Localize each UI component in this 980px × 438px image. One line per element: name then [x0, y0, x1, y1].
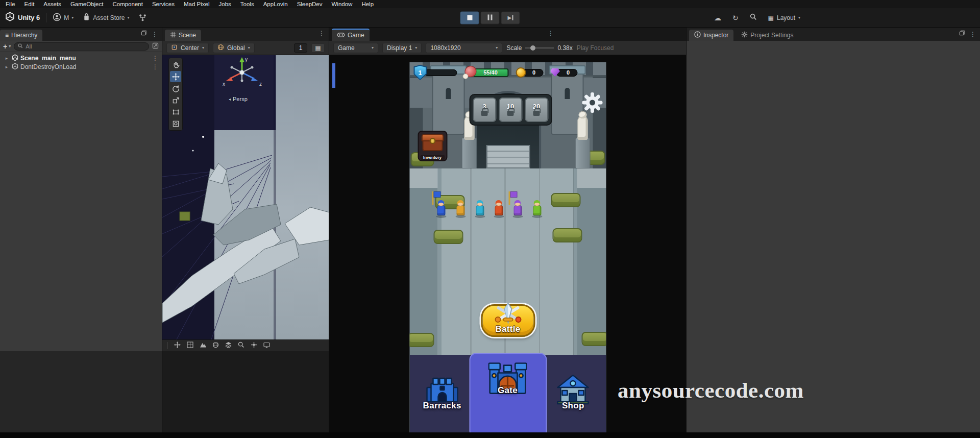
menu-item-sleepdev[interactable]: SleepDev	[292, 0, 327, 8]
scale-tool-button[interactable]	[170, 94, 181, 106]
nav-item-gate[interactable]: Gate	[475, 355, 540, 438]
picker-icon[interactable]	[152, 42, 159, 51]
nav-label: Gate	[498, 385, 518, 396]
step-button[interactable]: ▶	[501, 11, 520, 24]
menu-item-tools[interactable]: Tools	[236, 0, 259, 8]
menu-item-services[interactable]: Services	[148, 0, 179, 8]
scene-search-icon[interactable]	[238, 341, 244, 350]
info-icon	[694, 31, 701, 39]
play-focused-dropdown[interactable]: Play Focused	[577, 44, 614, 52]
scene-tab-label: Scene	[179, 32, 196, 39]
account-dropdown[interactable]: M ▾	[53, 13, 74, 23]
dock-icon[interactable]	[959, 30, 965, 38]
pivot-dropdown[interactable]: Center ▾	[166, 43, 209, 53]
grid-snap-button[interactable]: ▦	[311, 43, 325, 53]
menu-item-window[interactable]: Window	[327, 0, 357, 8]
rect-tool-button[interactable]	[170, 106, 181, 117]
scene-grid-toggle-icon[interactable]	[187, 341, 193, 350]
scene-grid-icon	[170, 32, 176, 39]
hierarchy-tab-label: Hierarchy	[11, 32, 37, 39]
asset-store-dropdown[interactable]: Asset Store ▾	[83, 13, 129, 22]
search-icon[interactable]	[750, 13, 757, 22]
inventory-button[interactable]: Inventory	[418, 131, 447, 161]
game-mode-dropdown[interactable]: Game ▾	[333, 43, 378, 53]
scene-sphere-icon[interactable]	[212, 341, 219, 350]
menu-item-edit[interactable]: Edit	[20, 0, 39, 8]
orientation-gizmo[interactable]: y x z	[222, 56, 264, 95]
kebab-menu-icon[interactable]: ⋮	[548, 30, 554, 36]
tab-hierarchy[interactable]: ≡ Hierarchy	[0, 30, 42, 41]
unlock-slot-3[interactable]: 3	[473, 98, 496, 122]
level-value: 1	[414, 66, 426, 79]
kebab-menu-icon[interactable]: ⋮	[970, 31, 976, 37]
nav-item-shop[interactable]: Shop	[541, 355, 606, 438]
menu-item-gameobject[interactable]: GameObject	[66, 0, 108, 8]
inspector-tab-label: Inspector	[703, 32, 728, 39]
perspective-label[interactable]: ◂ Persp	[229, 96, 248, 102]
game-bottom-nav: Barracks	[409, 355, 606, 438]
kebab-menu-icon[interactable]: ⋮	[152, 55, 158, 61]
menu-item-assets[interactable]: Assets	[39, 0, 66, 8]
play-stop-button[interactable]	[460, 11, 479, 24]
hedge	[552, 228, 582, 242]
expand-arrow-icon[interactable]: ▸	[4, 64, 10, 69]
kebab-menu-icon[interactable]: ⋮	[152, 64, 158, 70]
unlock-slot-20[interactable]: 20	[525, 98, 548, 122]
battle-button[interactable]: Battle	[481, 304, 535, 337]
history-icon[interactable]: ↻	[732, 14, 739, 22]
tab-project-settings[interactable]: Project Settings	[736, 30, 798, 41]
add-gameobject-button[interactable]: + ▾	[3, 42, 11, 51]
version-control-icon[interactable]	[138, 13, 147, 22]
menu-item-applovin[interactable]: AppLovin	[259, 0, 292, 8]
scene-panel: Scene ⋮ Center ▾ Global ▾ 1 ▦	[162, 28, 329, 438]
hero-character-orange	[454, 191, 467, 218]
scene-asset-icon	[12, 54, 18, 62]
scale-slider[interactable]	[525, 47, 554, 48]
scene-terrain-icon[interactable]	[200, 341, 206, 350]
kebab-menu-icon[interactable]: ⋮	[152, 31, 158, 37]
menu-item-mad-pixel[interactable]: Mad Pixel	[179, 0, 214, 8]
scene-gizmos-icon[interactable]	[251, 341, 257, 350]
slider-knob[interactable]	[530, 45, 535, 51]
grid-size-field[interactable]: 1	[294, 43, 307, 53]
hierarchy-search-input[interactable]: All	[14, 42, 149, 51]
transform-tool-button[interactable]	[170, 118, 181, 129]
settings-gear-button[interactable]	[581, 91, 603, 116]
orientation-dropdown[interactable]: Global ▾	[213, 43, 255, 53]
expand-arrow-icon[interactable]: ▸	[4, 56, 10, 61]
dock-icon[interactable]	[141, 30, 147, 38]
rotate-tool-button[interactable]	[170, 83, 181, 94]
cloud-icon[interactable]: ☁	[714, 14, 721, 22]
coin-icon	[516, 67, 526, 78]
menu-item-jobs[interactable]: Jobs	[214, 0, 236, 8]
tree-row-scene-main-menu[interactable]: ▸ Scene_main_menu ⋮	[0, 54, 162, 62]
chevron-down-icon: ▾	[496, 45, 498, 50]
move-tool-button[interactable]	[170, 71, 181, 82]
display-dropdown[interactable]: Display 1 ▾	[382, 43, 422, 53]
layout-dropdown[interactable]: ▦ Layout ▾	[768, 14, 800, 21]
editor-workspace: ≡ Hierarchy ⋮ + ▾ All	[0, 28, 980, 438]
scene-move-icon[interactable]	[174, 341, 181, 350]
kebab-menu-icon[interactable]: ⋮	[318, 30, 325, 36]
nav-item-barracks[interactable]: Barracks	[409, 355, 475, 438]
scene-layers-icon[interactable]	[225, 341, 232, 350]
inventory-label: Inventory	[420, 155, 445, 160]
hand-tool-button[interactable]	[170, 59, 181, 70]
tree-row-dontdestroyonload[interactable]: ▸ DontDestroyOnLoad ⋮	[0, 62, 162, 71]
chevron-down-icon: ▾	[415, 45, 417, 50]
pause-button[interactable]	[481, 11, 500, 24]
nav-label: Barracks	[423, 401, 461, 411]
tab-scene[interactable]: Scene	[165, 30, 201, 41]
scene-viewport[interactable]: y x z ◂ Persp	[162, 55, 329, 339]
game-tab-label: Game	[348, 32, 364, 39]
tab-inspector[interactable]: Inspector	[689, 30, 733, 41]
unlock-slot-10[interactable]: 10	[499, 98, 522, 122]
menu-item-help[interactable]: Help	[357, 0, 378, 8]
tab-game[interactable]: Game	[332, 29, 370, 41]
unity-editor-window: File Edit Assets GameObject Component Se…	[0, 0, 980, 438]
scene-camera-view-icon[interactable]	[263, 341, 270, 350]
chevron-down-icon: ▾	[248, 45, 250, 50]
menu-item-file[interactable]: File	[1, 0, 20, 8]
menu-item-component[interactable]: Component	[108, 0, 147, 8]
resolution-dropdown[interactable]: 1080x1920 ▾	[426, 43, 502, 53]
